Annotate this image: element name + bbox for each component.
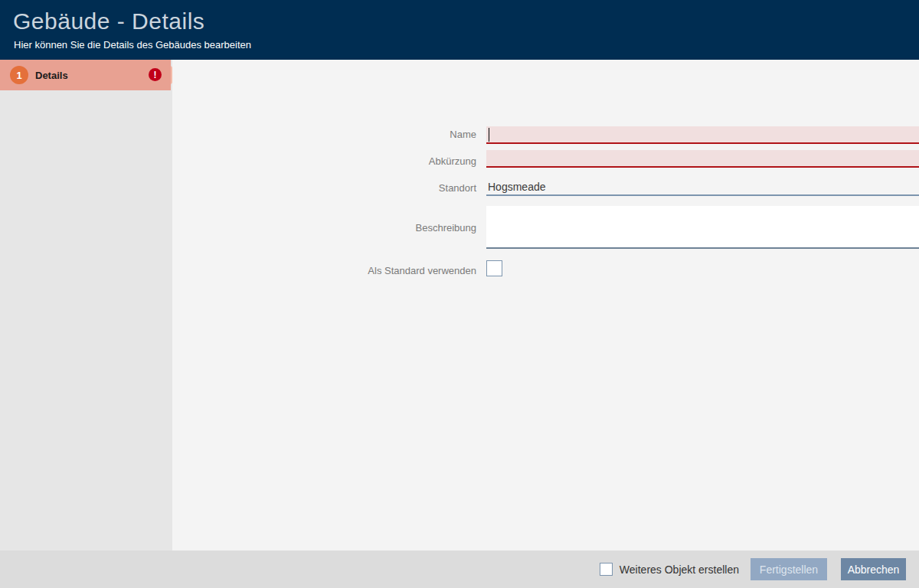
description-label: Beschreibung (346, 222, 476, 234)
create-another-label: Weiteres Objekt erstellen (620, 564, 739, 576)
use-as-default-checkbox[interactable] (486, 260, 502, 276)
name-label: Name (346, 129, 476, 140)
wizard-sidebar: 1 Details ! (0, 60, 172, 550)
error-icon: ! (149, 68, 162, 81)
location-dropdown[interactable]: Hogsmeade (486, 179, 919, 196)
wizard-window: Gebäude - Details Hier können Sie die De… (0, 0, 919, 588)
cancel-button[interactable]: Abbrechen (841, 558, 906, 580)
header: Gebäude - Details Hier können Sie die De… (0, 0, 919, 60)
page-subtitle: Hier können Sie die Details des Gebäudes… (14, 39, 251, 51)
finish-button[interactable]: Fertigstellen (751, 558, 827, 580)
create-another-checkbox[interactable] (600, 563, 613, 576)
abbreviation-label: Abkürzung (346, 155, 476, 167)
use-as-default-label: Als Standard verwenden (346, 265, 476, 276)
page-title: Gebäude - Details (13, 8, 204, 34)
description-textarea[interactable] (486, 206, 919, 249)
name-input[interactable] (486, 126, 919, 144)
location-selected-value: Hogsmeade (488, 181, 546, 193)
text-cursor (489, 128, 489, 142)
location-label: Standort (346, 182, 476, 194)
sidebar-step-details[interactable]: 1 Details ! (0, 60, 171, 90)
abbreviation-input[interactable] (486, 150, 919, 168)
step-number-badge: 1 (10, 66, 28, 84)
step-label: Details (35, 60, 68, 90)
footer-bar: Weiteres Objekt erstellen Fertigstellen … (0, 550, 919, 588)
details-form: Name Abkürzung Standort Hogsmeade Beschr… (172, 60, 919, 550)
